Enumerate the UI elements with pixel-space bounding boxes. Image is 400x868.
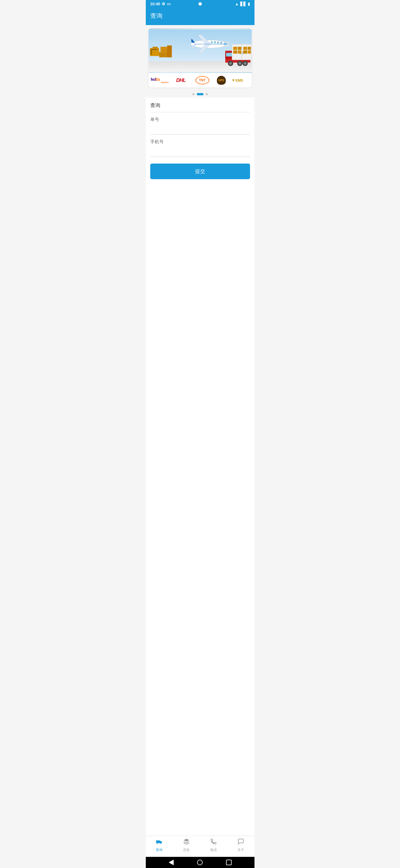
nav-about[interactable]: 关于 [227,838,254,852]
order-label: 单号 [150,117,250,123]
dots-indicator [146,91,254,97]
nav-about-label: 关于 [238,848,244,852]
title-divider [150,112,250,112]
svg-point-23 [211,41,213,43]
order-input[interactable] [150,125,250,134]
svg-point-21 [217,41,219,44]
submit-button[interactable]: 提交 [150,163,250,179]
dot-1 [192,93,194,95]
info-icon [238,838,244,846]
logos-row: fedEx Express DHL TNT UPS ▼ EMS [149,73,252,88]
tnt-logo-wrapper: TNT [193,76,211,85]
layers-icon [183,838,190,846]
banner-image [149,28,252,73]
truck-icon [156,838,162,846]
nav-phone-label: 电话 [210,848,217,852]
svg-rect-45 [248,51,251,54]
status-left: 10:40 ⚙ ▭ [150,2,171,6]
svg-point-48 [160,843,161,844]
svg-rect-37 [242,51,243,54]
battery-icon: ▮ [248,2,250,6]
svg-point-30 [244,62,246,65]
status-right: ▲ ▋▋ ▮ [235,2,250,6]
svg-rect-39 [238,47,241,50]
ups-logo: UPS [217,76,226,85]
order-number-group: 单号 [150,117,250,134]
svg-rect-4 [151,49,152,55]
fedex-logo: fedEx Express [151,78,168,83]
page-title: 查询 [150,12,162,19]
recents-button[interactable] [226,860,232,865]
bottom-nav: 查询 历史 电话 关于 [146,836,254,857]
svg-point-28 [229,62,232,65]
time-display: 10:40 [150,2,160,6]
svg-marker-49 [184,839,189,841]
svg-rect-38 [233,47,237,50]
settings-icon: ⚙ [162,2,165,6]
camera-dot [198,2,202,6]
svg-point-32 [238,62,241,65]
back-button[interactable] [168,860,174,865]
phone-input[interactable] [150,147,250,157]
nav-history[interactable]: 历史 [173,838,200,852]
phone-icon [210,838,217,846]
banner-container: fedEx Express DHL TNT UPS ▼ EMS [149,28,252,88]
svg-rect-40 [233,51,237,54]
svg-rect-42 [243,47,247,50]
svg-point-20 [220,42,222,44]
app-header: 查询 [146,8,254,25]
empty-space [150,179,250,235]
banner-svg [149,28,252,73]
ups-logo-wrapper: UPS [212,76,230,85]
svg-rect-43 [248,47,251,50]
svg-rect-17 [167,45,172,57]
svg-rect-41 [238,51,241,54]
main-content: 查询 单号 手机号 提交 [146,97,254,836]
home-button[interactable] [197,860,203,865]
signal-icon: ▋▋ [240,2,246,6]
phone-group: 手机号 [150,139,250,157]
system-nav-bar [146,857,254,868]
sim-icon: ▭ [167,2,171,6]
dot-3 [206,93,208,95]
ems-logo: ▼ EMS [232,78,249,83]
svg-rect-26 [226,53,232,57]
svg-rect-1 [149,61,252,72]
svg-rect-5 [151,49,157,50]
status-bar: 10:40 ⚙ ▭ ▲ ▋▋ ▮ [146,0,254,8]
nav-query-label: 查询 [156,848,162,852]
dot-2-active [197,93,204,95]
nav-history-label: 历史 [183,848,190,852]
dhl-logo: DHL [170,78,192,83]
phone-label: 手机号 [150,139,250,145]
svg-rect-3 [152,47,158,49]
svg-rect-46 [156,840,160,843]
section-title: 查询 [150,97,250,111]
nav-phone[interactable]: 电话 [200,838,227,852]
tnt-logo: TNT [195,76,209,85]
svg-rect-44 [243,51,247,54]
svg-point-47 [157,843,158,844]
wifi-icon: ▲ [235,2,239,6]
svg-point-22 [214,41,216,43]
nav-query[interactable]: 查询 [146,838,173,852]
